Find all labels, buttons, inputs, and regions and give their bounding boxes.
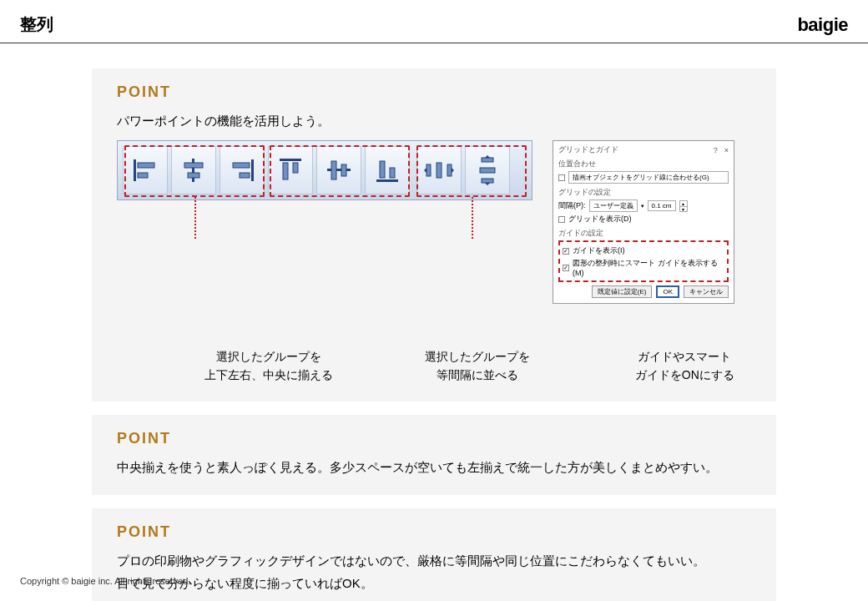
align-bottom-button[interactable] (365, 146, 410, 194)
dialog-section-guide: ガイドの設定 (558, 228, 729, 239)
svg-rect-18 (426, 164, 431, 176)
svg-rect-7 (233, 163, 250, 168)
align-middle-icon (325, 156, 353, 184)
align-center-icon (179, 156, 208, 184)
show-guide-checkbox[interactable] (563, 248, 569, 255)
point1-intro: パワーポイントの機能を活用しよう。 (117, 109, 751, 132)
svg-rect-22 (480, 168, 495, 173)
align-right-button[interactable] (220, 146, 265, 194)
ok-button[interactable]: OK (656, 285, 679, 298)
point-label: POINT (117, 430, 751, 447)
svg-rect-14 (341, 164, 346, 176)
point3-body: プロの印刷物やグラフィックデザインではないので、厳格に等間隔や同じ位置にこだわら… (117, 549, 751, 594)
help-icon[interactable]: ? (714, 146, 718, 154)
point-block-1: POINT パワーポイントの機能を活用しよう。 (92, 68, 776, 402)
svg-rect-20 (447, 164, 452, 176)
svg-rect-19 (437, 163, 442, 178)
default-button[interactable]: 既定値に設定(E) (592, 285, 653, 298)
svg-rect-15 (376, 179, 398, 182)
svg-rect-16 (380, 161, 385, 178)
point-label: POINT (117, 523, 751, 541)
align-left-icon (131, 156, 159, 184)
point2-body: 中央揃えを使うと素人っぽく見える。多少スペースが空いても左揃えで統一した方が美し… (117, 456, 751, 478)
distribute-horizontal-icon (422, 156, 456, 184)
point-label: POINT (117, 83, 751, 101)
align-ribbon (117, 140, 532, 200)
svg-rect-12 (327, 169, 351, 171)
callout-connector (194, 197, 196, 239)
point-block-2: POINT 中央揃えを使うと素人っぽく見える。多少スペースが空いても左揃えで統一… (92, 415, 776, 495)
close-icon[interactable]: × (724, 146, 729, 154)
spacing-value-input[interactable]: 0.1 cm (648, 200, 676, 211)
dialog-title: グリッドとガイド (558, 144, 618, 155)
distribute-vertical-icon (473, 154, 502, 187)
brand-logo: baigie (797, 14, 848, 36)
main-content: POINT パワーポイントの機能を活用しよう。 (0, 43, 868, 601)
align-middle-button[interactable] (316, 146, 361, 194)
snap-to-grid-checkbox[interactable] (558, 174, 565, 181)
align-center-button[interactable] (171, 146, 216, 194)
highlight-guide-options: ガイドを表示(I) 図形の整列時にスマート ガイドを表示する(M) (558, 240, 729, 282)
page-title: 整列 (20, 13, 53, 36)
svg-rect-6 (251, 159, 254, 181)
svg-rect-9 (280, 159, 301, 161)
caption-row: 選択したグループを 上下左右、中央に揃える 選択したグループを 等間隔に並べる … (117, 347, 751, 385)
svg-rect-4 (184, 163, 203, 168)
grid-guide-dialog: グリッドとガイド ? × 位置合わせ 描画オブジェクトをグリッド線に合わせる(G… (553, 140, 734, 304)
align-bottom-icon (373, 156, 401, 184)
align-top-icon (276, 156, 305, 184)
show-guide-label: ガイドを表示(I) (573, 245, 625, 256)
point-block-3: POINT プロの印刷物やグラフィックデザインではないので、厳格に等間隔や同じ位… (92, 508, 776, 601)
align-top-button[interactable] (268, 146, 313, 194)
svg-rect-21 (482, 158, 493, 162)
caption-align: 選択したグループを 上下左右、中央に揃える (184, 347, 354, 385)
svg-rect-5 (188, 173, 199, 178)
slide-header: 整列 baigie (0, 0, 868, 43)
svg-rect-17 (390, 168, 395, 178)
svg-rect-11 (293, 163, 298, 173)
dialog-section-grid: グリッドの設定 (558, 187, 729, 198)
svg-rect-10 (283, 163, 288, 179)
smart-guide-label: 図形の整列時にスマート ガイドを表示する(M) (573, 258, 724, 277)
show-grid-label: グリッドを表示(D) (568, 214, 632, 225)
spacing-select[interactable]: ユーザー定義 (589, 199, 638, 212)
chevron-down-icon[interactable]: ▾ (641, 203, 644, 210)
svg-rect-23 (482, 179, 493, 183)
distribute-vertical-button[interactable] (465, 146, 510, 194)
spacing-spinner[interactable]: ▴▾ (679, 200, 688, 212)
toolbar-illustration: グリッドとガイド ? × 位置合わせ 描画オブジェクトをグリッド線に合わせる(G… (117, 140, 751, 304)
copyright: Copyright © baigie inc. All rights reser… (20, 576, 190, 586)
cancel-button[interactable]: キャンセル (684, 285, 729, 298)
distribute-horizontal-button[interactable] (416, 146, 462, 194)
svg-rect-0 (134, 159, 136, 181)
snap-to-grid-label: 描画オブジェクトをグリッド線に合わせる(G) (568, 171, 729, 184)
dialog-section-snap: 位置合わせ (558, 159, 729, 169)
svg-rect-3 (192, 159, 194, 182)
svg-rect-13 (331, 161, 336, 179)
caption-distribute: 選択したグループを 等間隔に並べる (404, 347, 552, 385)
show-grid-checkbox[interactable] (558, 216, 565, 223)
svg-rect-1 (138, 163, 154, 168)
svg-rect-2 (138, 173, 148, 178)
callout-connector (472, 197, 473, 239)
caption-guide: ガイドやスマート ガイドをONにする (618, 347, 751, 385)
align-right-icon (228, 156, 256, 184)
spacing-label: 間隔(P): (558, 200, 586, 211)
svg-rect-8 (240, 173, 250, 178)
align-left-button[interactable] (123, 146, 168, 194)
smart-guide-checkbox[interactable] (563, 265, 569, 271)
